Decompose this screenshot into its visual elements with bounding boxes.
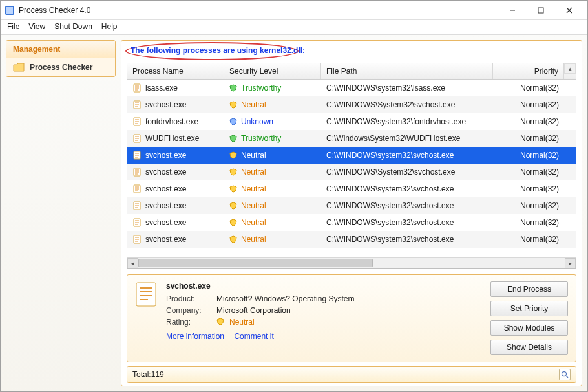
svg-point-51	[562, 372, 567, 376]
cell-file-path: C:\WINDOWS\system32\lsass.exe	[326, 83, 445, 93]
minimize-button[interactable]	[498, 1, 527, 19]
table-row[interactable]: svchost.exeNeutralC:\WINDOWS\system32\sv…	[127, 197, 576, 214]
sidebar: Management Process Checker	[6, 40, 116, 386]
grid-body: lsass.exeTrustworthyC:\WINDOWS\system32\…	[127, 80, 576, 257]
cell-priority: Normal(32)	[520, 117, 559, 126]
cell-file-path: C:\WINDOWS\System32\svchost.exe	[326, 168, 455, 177]
shield-icon	[229, 168, 237, 176]
table-row[interactable]: svchost.exeNeutralC:\WINDOWS\system32\sv…	[127, 231, 576, 248]
cell-process-name: WUDFHost.exe	[145, 134, 199, 143]
detail-panel: svchost.exe Product: Microsoft? Windows?…	[127, 274, 576, 362]
cell-priority: Normal(32)	[520, 218, 559, 227]
shield-icon	[229, 235, 237, 243]
menu-file[interactable]: File	[7, 22, 19, 31]
cell-security-level: Unknown	[241, 117, 273, 126]
horizontal-scrollbar[interactable]: ◂ ▸	[127, 257, 576, 268]
table-row[interactable]: svchost.exeNeutralC:\WINDOWS\System32\sv…	[127, 96, 576, 113]
link-more-information[interactable]: More information	[166, 332, 224, 341]
table-row[interactable]: svchost.exeNeutralC:\WINDOWS\system32\sv…	[127, 147, 576, 164]
document-icon	[132, 218, 142, 227]
document-icon	[132, 83, 142, 93]
detail-label-rating: Rating:	[166, 318, 211, 327]
hscroll-thumb[interactable]	[138, 259, 373, 267]
show-details-button[interactable]: Show Details	[490, 340, 568, 355]
cell-process-name: svchost.exe	[145, 218, 186, 227]
cell-process-name: svchost.exe	[145, 151, 186, 160]
menu-help[interactable]: Help	[101, 22, 118, 31]
set-priority-button[interactable]: Set Priority	[490, 301, 568, 316]
process-grid: Process Name Security Level File Path Pr…	[127, 63, 576, 269]
shield-icon	[229, 151, 237, 159]
col-header-name[interactable]: Process Name	[127, 63, 224, 79]
detail-label-product: Product:	[166, 294, 211, 303]
col-header-path[interactable]: File Path	[321, 63, 493, 79]
cell-priority: Normal(32)	[520, 151, 559, 160]
document-icon	[132, 235, 142, 244]
svg-rect-46	[136, 283, 156, 306]
cell-process-name: svchost.exe	[145, 201, 186, 210]
col-header-priority[interactable]: Priority	[493, 63, 564, 79]
document-icon	[132, 168, 142, 177]
cell-priority: Normal(32)	[520, 168, 559, 177]
cell-file-path: C:\WINDOWS\system32\svchost.exe	[326, 184, 454, 193]
cell-priority: Normal(32)	[520, 235, 559, 244]
table-row[interactable]: svchost.exeNeutralC:\WINDOWS\System32\sv…	[127, 164, 576, 180]
cell-security-level: Neutral	[241, 184, 266, 193]
window-controls	[498, 1, 583, 19]
shield-icon	[216, 318, 224, 327]
table-row[interactable]: lsass.exeTrustworthyC:\WINDOWS\system32\…	[127, 80, 576, 96]
end-process-button[interactable]: End Process	[490, 281, 568, 297]
detail-title: svchost.exe	[166, 281, 481, 290]
shield-icon	[229, 135, 237, 142]
table-row[interactable]: svchost.exeNeutralC:\WINDOWS\system32\sv…	[127, 214, 576, 231]
table-row[interactable]: svchost.exeNeutralC:\WINDOWS\system32\sv…	[127, 180, 576, 197]
magnifier-icon[interactable]	[559, 369, 571, 380]
link-comment-it[interactable]: Comment it	[234, 332, 273, 341]
cell-priority: Normal(32)	[520, 184, 559, 193]
show-modules-button[interactable]: Show Modules	[490, 320, 568, 336]
detail-actions: End Process Set Priority Show Modules Sh…	[490, 281, 568, 355]
cell-file-path: C:\WINDOWS\system32\fontdrvhost.exe	[326, 117, 466, 126]
cell-process-name: fontdrvhost.exe	[145, 117, 198, 126]
cell-process-name: svchost.exe	[145, 235, 186, 244]
maximize-button[interactable]	[527, 1, 555, 19]
notice-text: The following processes are using kernel…	[127, 46, 305, 55]
shield-icon	[229, 185, 237, 193]
detail-value-product: Microsoft? Windows? Operating System	[216, 294, 354, 303]
status-total-value: 119	[151, 370, 164, 379]
cell-file-path: C:\WINDOWS\System32\svchost.exe	[326, 100, 455, 109]
cell-process-name: svchost.exe	[145, 100, 186, 109]
status-total-label: Total:	[132, 370, 151, 379]
scroll-up-button[interactable]: ▴	[564, 63, 576, 74]
document-icon	[132, 117, 142, 126]
statusbar: Total: 119	[127, 366, 576, 383]
table-row[interactable]: WUDFHost.exeTrustworthyC:\Windows\System…	[127, 130, 576, 147]
scroll-left-button[interactable]: ◂	[127, 258, 138, 269]
cell-priority: Normal(32)	[520, 201, 559, 210]
window-title: Process Checker 4.0	[19, 6, 498, 15]
shield-icon	[229, 101, 237, 109]
hscroll-track[interactable]	[138, 258, 565, 268]
cell-security-level: Trustworthy	[241, 83, 281, 93]
svg-line-52	[566, 376, 568, 378]
menu-view[interactable]: View	[28, 22, 45, 31]
document-icon	[132, 100, 142, 109]
sidebar-item-process-checker[interactable]: Process Checker	[6, 58, 115, 76]
sidebar-header: Management	[6, 41, 115, 58]
cell-security-level: Neutral	[241, 235, 266, 244]
document-icon	[132, 184, 142, 193]
scroll-right-button[interactable]: ▸	[565, 258, 576, 269]
svg-rect-3	[538, 8, 543, 13]
shield-icon	[229, 219, 237, 226]
cell-file-path: C:\WINDOWS\system32\svchost.exe	[326, 201, 454, 210]
cell-security-level: Neutral	[241, 151, 266, 160]
cell-file-path: C:\WINDOWS\system32\svchost.exe	[326, 235, 454, 244]
table-row[interactable]: fontdrvhost.exeUnknownC:\WINDOWS\system3…	[127, 113, 576, 130]
menu-shutdown[interactable]: Shut Down	[54, 22, 92, 31]
shield-icon	[229, 118, 237, 125]
cell-security-level: Neutral	[241, 168, 266, 177]
col-header-security[interactable]: Security Level	[224, 63, 321, 79]
cell-priority: Normal(32)	[520, 100, 559, 109]
close-button[interactable]	[555, 1, 583, 19]
cell-security-level: Neutral	[241, 218, 266, 227]
